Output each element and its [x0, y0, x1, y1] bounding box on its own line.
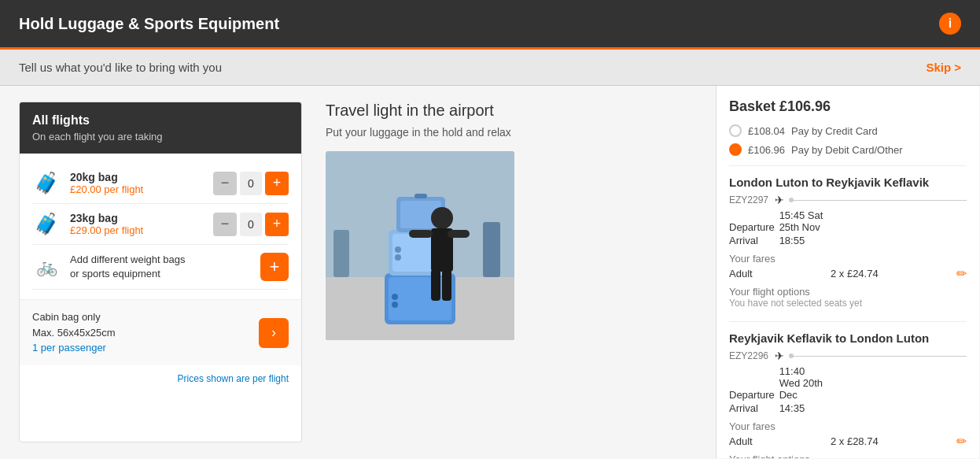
- qty-plus-23kg[interactable]: +: [265, 213, 289, 236]
- svg-rect-22: [442, 269, 451, 301]
- flight-arrival-1: Arrival 18:55: [729, 235, 967, 246]
- plane-icon-2: ✈: [775, 350, 784, 362]
- fare-edit-icon-1[interactable]: ✏: [956, 266, 967, 281]
- luggage-price-23kg: £29.00 per flight: [70, 224, 213, 236]
- departure-label-1: Departure: [729, 221, 776, 233]
- flight-num-2: EZY2296: [729, 350, 768, 361]
- luggage-item-20kg: 🧳 20kg bag £20.00 per flight − 0 +: [32, 163, 289, 204]
- luggage-name-20kg: 20kg bag: [70, 171, 213, 183]
- travel-light-description: Put your luggage in the hold and relax: [326, 126, 689, 139]
- sports-icon: 🚲: [32, 257, 61, 277]
- info-icon[interactable]: i: [939, 13, 961, 35]
- departure-time-1: 15:45 Sat 25th Nov: [779, 209, 827, 233]
- svg-rect-2: [333, 230, 349, 277]
- options-note-1: You have not selected seats yet: [729, 298, 967, 309]
- adult-label-2: Adult: [729, 435, 753, 447]
- svg-point-12: [395, 246, 401, 253]
- cabin-link[interactable]: 1 per passenger: [32, 340, 116, 356]
- payment-credit-label: Pay by Credit Card: [791, 125, 878, 137]
- svg-point-17: [431, 207, 453, 229]
- luggage-header: All flights On each flight you are takin…: [20, 102, 301, 154]
- options-section-1: Your flight options You have not selecte…: [729, 286, 967, 309]
- skip-top-link[interactable]: Skip >: [926, 61, 961, 74]
- sports-add-button[interactable]: +: [260, 253, 289, 281]
- flight-number-row-2: EZY2296 ✈: [729, 350, 967, 362]
- cabin-info: Cabin bag only Max. 56x45x25cm 1 per pas…: [32, 309, 116, 356]
- svg-rect-19: [409, 230, 433, 238]
- prices-note: Prices shown are per flight: [20, 365, 301, 392]
- options-label-1: Your flight options: [729, 286, 967, 298]
- flight-route-2: Reykjavik Keflavik to London Luton: [729, 331, 967, 345]
- prices-note-link: flight: [269, 373, 289, 384]
- sports-item: 🚲 Add different weight bags or sports eq…: [32, 245, 289, 290]
- radio-debit[interactable]: [729, 143, 742, 156]
- flight-line-2: [790, 356, 967, 357]
- flight-num-1: EZY2297: [729, 194, 768, 205]
- svg-rect-3: [483, 222, 500, 277]
- payment-debit-amount: £106.96: [748, 144, 785, 156]
- fare-edit-icon-2[interactable]: ✏: [956, 434, 967, 449]
- arrival-time-2: 14:35: [779, 402, 827, 414]
- luggage-options: All flights On each flight you are takin…: [19, 102, 302, 442]
- arrival-time-1: 18:55: [779, 235, 827, 246]
- sports-line1: Add different weight bags: [70, 254, 185, 265]
- left-panel: All flights On each flight you are takin…: [0, 86, 716, 458]
- payment-debit-label: Pay by Debit Card/Other: [791, 144, 903, 156]
- luggage-photo: [326, 151, 514, 340]
- luggage-item-23kg: 🧳 23kg bag £29.00 per flight − 0 +: [32, 204, 289, 245]
- svg-point-13: [395, 254, 401, 261]
- travel-light-section: Travel light in the airport Put your lug…: [318, 102, 697, 442]
- flight-section-2: Reykjavik Keflavik to London Luton EZY22…: [729, 331, 967, 458]
- svg-rect-21: [431, 269, 440, 301]
- flight-section-1: London Luton to Reykjavik Keflavik EZY22…: [729, 176, 967, 309]
- qty-val-20kg: 0: [240, 172, 262, 195]
- divider-1: [729, 165, 967, 166]
- flight-line-1: [790, 200, 967, 201]
- cabin-line2: Max. 56x45x25cm: [32, 325, 116, 341]
- cabin-bag-section: Cabin bag only Max. 56x45x25cm 1 per pas…: [20, 299, 301, 365]
- luggage-info-20kg: 20kg bag £20.00 per flight: [70, 171, 213, 195]
- cabin-arrow-button[interactable]: ›: [259, 318, 289, 348]
- departure-label-2: Departure: [729, 389, 776, 401]
- adult-price-1: 2 x £24.74: [831, 268, 879, 279]
- luggage-icon-20kg: 🧳: [32, 171, 61, 195]
- arrival-label-2: Arrival: [729, 402, 776, 414]
- plane-icon-1: ✈: [775, 194, 784, 206]
- payment-option-credit[interactable]: £108.04 Pay by Credit Card: [729, 124, 967, 137]
- qty-plus-20kg[interactable]: +: [265, 172, 289, 195]
- svg-point-8: [392, 302, 398, 308]
- qty-val-23kg: 0: [240, 213, 262, 236]
- luggage-icon-23kg: 🧳: [32, 212, 61, 236]
- qty-minus-23kg[interactable]: −: [213, 213, 237, 236]
- svg-rect-20: [448, 230, 470, 238]
- all-flights-label: All flights: [32, 113, 289, 128]
- travel-light-title: Travel light in the airport: [326, 102, 689, 120]
- divider-2: [729, 321, 967, 322]
- flight-departure-1: Departure 15:45 Sat 25th Nov: [729, 209, 967, 233]
- svg-rect-16: [414, 194, 427, 198]
- fares-label-2: Your fares: [729, 420, 967, 432]
- radio-credit[interactable]: [729, 124, 742, 137]
- flight-route-1: London Luton to Reykjavik Keflavik: [729, 176, 967, 189]
- payment-option-debit[interactable]: £106.96 Pay by Debit Card/Other: [729, 143, 967, 156]
- adult-price-2: 2 x £28.74: [831, 435, 879, 447]
- flight-number-row-1: EZY2297 ✈: [729, 194, 967, 206]
- flight-departure-2: Departure 11:40 Wed 20th Dec: [729, 365, 967, 401]
- qty-control-20kg: − 0 +: [213, 172, 289, 195]
- qty-control-23kg: − 0 +: [213, 213, 289, 236]
- payment-credit-amount: £108.04: [748, 125, 785, 137]
- fare-row-1: Adult 2 x £24.74 ✏: [729, 266, 967, 281]
- main-layout: All flights On each flight you are takin…: [0, 86, 980, 458]
- fares-section-2: Your fares Adult 2 x £28.74 ✏: [729, 420, 967, 449]
- luggage-info-23kg: 23kg bag £29.00 per flight: [70, 212, 213, 236]
- prices-note-prefix: Prices shown are per: [178, 373, 269, 384]
- arrival-label-1: Arrival: [729, 235, 776, 246]
- fares-section-1: Your fares Adult 2 x £24.74 ✏: [729, 253, 967, 281]
- cabin-line1: Cabin bag only: [32, 309, 116, 325]
- options-section-2: Your flight options You have not selecte…: [729, 453, 967, 458]
- basket-title: Basket £106.96: [729, 98, 967, 115]
- page-title: Hold Luggage & Sports Equipment: [19, 15, 279, 33]
- luggage-body: 🧳 20kg bag £20.00 per flight − 0 + 🧳: [20, 154, 301, 299]
- adult-label-1: Adult: [729, 268, 753, 279]
- qty-minus-20kg[interactable]: −: [213, 172, 237, 195]
